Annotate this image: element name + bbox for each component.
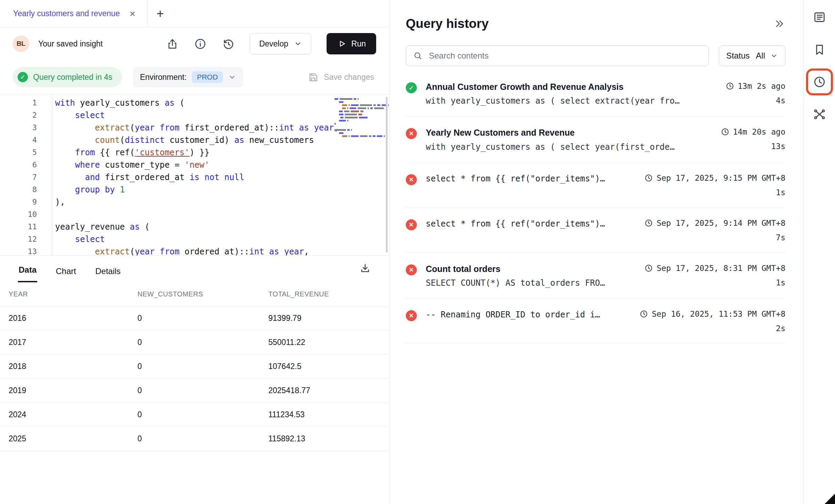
code-line[interactable]: ), [55, 196, 389, 208]
results-tab-data[interactable]: Data [18, 265, 37, 282]
history-item-title: Count total orders [426, 264, 629, 274]
code-line[interactable]: extract(year from ordered_at)::int as ye… [55, 245, 389, 255]
lineage-button[interactable] [808, 103, 831, 125]
table-cell: 2025 [9, 434, 137, 443]
table-cell: 550011.22 [268, 338, 389, 347]
results-table: YEARNEW_CUSTOMERSTOTAL_REVENUE 201609139… [0, 282, 389, 451]
editor-tabbar: Yearly customers and revenue × + [0, 0, 389, 28]
query-status-text: Query completed in 4s [33, 73, 112, 82]
sql-editor[interactable]: 12345678910111213 with yearly_customers … [0, 94, 389, 255]
results-tab-details[interactable]: Details [95, 266, 121, 282]
history-item-preview: with yearly_customers as ( select year(f… [426, 142, 705, 152]
history-list: ✓Annual Customer Growth and Revenue Anal… [389, 66, 803, 344]
search-input[interactable] [428, 51, 701, 61]
line-number: 9 [0, 196, 52, 208]
history-item[interactable]: ✓Annual Customer Growth and Revenue Anal… [406, 71, 785, 117]
history-item-main: -- Renaming ORDER_ID to order_id i… [426, 309, 624, 320]
toolbar-actions: Develop Run [166, 33, 376, 54]
minimap-line [334, 132, 383, 135]
environment-selector[interactable]: Environment: PROD [133, 67, 243, 87]
history-item-main: Yearly New Customers and Revenuewith yea… [426, 127, 705, 151]
results-tab-chart[interactable]: Chart [55, 266, 77, 282]
search-box[interactable] [406, 45, 709, 66]
code-line[interactable]: and first_ordered_at is not null [55, 171, 389, 183]
table-cell: 0 [137, 338, 268, 347]
editor-scrollbar[interactable] [386, 97, 388, 253]
table-cell: 0 [137, 314, 268, 323]
double-chevron-right-icon [774, 19, 785, 29]
minimap-line [334, 97, 383, 101]
history-item-main: Annual Customer Growth and Revenue Analy… [426, 82, 710, 106]
line-number: 6 [0, 159, 52, 171]
develop-button[interactable]: Develop [250, 33, 311, 54]
tab-close-icon[interactable]: × [130, 9, 136, 19]
minimap-line [334, 104, 383, 107]
history-item-title: Annual Customer Growth and Revenue Analy… [426, 82, 710, 92]
status-error-icon: × [406, 310, 417, 321]
status-filter-dropdown[interactable]: Status All [719, 45, 785, 66]
code-line[interactable]: group by 1 [55, 183, 389, 196]
editor-gutter: 12345678910111213 [0, 95, 52, 255]
history-item-preview: with yearly_customers as ( select extrac… [426, 96, 710, 106]
status-success-icon: ✓ [406, 82, 417, 93]
history-item[interactable]: ×select * from {{ ref("order_items")…Sep… [406, 163, 785, 208]
history-item-meta: Sep 17, 2025, 9:15 PM GMT+81s [644, 174, 785, 197]
history-controls: Status All [389, 31, 803, 66]
code-line[interactable]: yearly_revenue as ( [55, 221, 389, 233]
new-tab-button[interactable]: + [147, 0, 173, 27]
restore-clock-icon [222, 38, 235, 50]
run-label: Run [351, 39, 366, 49]
version-history-button[interactable] [222, 38, 235, 50]
clock-icon [639, 309, 648, 318]
query-list-icon [813, 10, 826, 24]
history-item-title: -- Renaming ORDER_ID to order_id i… [426, 309, 624, 320]
download-results-button[interactable] [359, 262, 371, 274]
history-item[interactable]: ×-- Renaming ORDER_ID to order_id i…Sep … [406, 299, 785, 344]
history-item[interactable]: ×Yearly New Customers and Revenuewith ye… [406, 117, 785, 162]
history-item[interactable]: ×Count total ordersSELECT COUNT(*) AS to… [406, 253, 785, 299]
bookmarks-button[interactable] [808, 39, 831, 61]
table-cell: 107642.5 [268, 362, 389, 371]
history-item-duration: 2s [776, 324, 785, 333]
minimap-line [334, 119, 383, 122]
column-header: TOTAL_REVENUE [268, 290, 389, 298]
collapse-panel-button[interactable] [774, 19, 785, 29]
editor-minimap[interactable] [334, 97, 383, 138]
status-error-icon: × [406, 128, 417, 139]
line-number: 8 [0, 183, 52, 196]
code-line[interactable]: select [55, 233, 389, 245]
minimap-line [334, 110, 383, 113]
query-list-button[interactable] [808, 6, 831, 28]
environment-badge: PROD [192, 71, 223, 83]
share-button[interactable] [166, 38, 179, 50]
history-item-main: select * from {{ ref("order_items")… [426, 174, 629, 184]
code-line[interactable] [55, 208, 389, 221]
line-number: 5 [0, 146, 52, 159]
history-item-duration: 13s [771, 142, 785, 151]
minimap-line [334, 107, 383, 110]
status-error-icon: × [406, 264, 417, 275]
history-item-duration: 1s [776, 188, 785, 197]
check-icon: ✓ [18, 72, 28, 82]
history-item[interactable]: ×select * from {{ ref("order_items")…Sep… [406, 208, 785, 253]
tab-title: Yearly customers and revenue [13, 9, 120, 18]
info-button[interactable] [194, 38, 207, 50]
query-status-row: ✓ Query completed in 4s Environment: PRO… [0, 60, 389, 94]
avatar[interactable]: BL [13, 35, 29, 52]
save-changes-button[interactable]: Save changes [306, 71, 376, 83]
run-button[interactable]: Run [327, 33, 376, 54]
line-number: 7 [0, 171, 52, 183]
tab-yearly-customers[interactable]: Yearly customers and revenue × [0, 0, 147, 27]
code-line[interactable]: where customer_type = 'new' [55, 159, 389, 171]
bookmark-icon [813, 43, 826, 56]
minimap-line [334, 135, 383, 138]
query-history-button[interactable] [808, 71, 831, 93]
minimap-line [334, 128, 383, 132]
table-cell: 2016 [9, 314, 137, 323]
table-cell: 111234.53 [268, 410, 389, 419]
develop-label: Develop [259, 39, 288, 49]
table-row: 20250115892.13 [0, 427, 389, 451]
code-line[interactable]: from {{ ref('customers') }} [55, 146, 389, 159]
history-item-title: Yearly New Customers and Revenue [426, 127, 705, 138]
line-number: 11 [0, 221, 52, 233]
